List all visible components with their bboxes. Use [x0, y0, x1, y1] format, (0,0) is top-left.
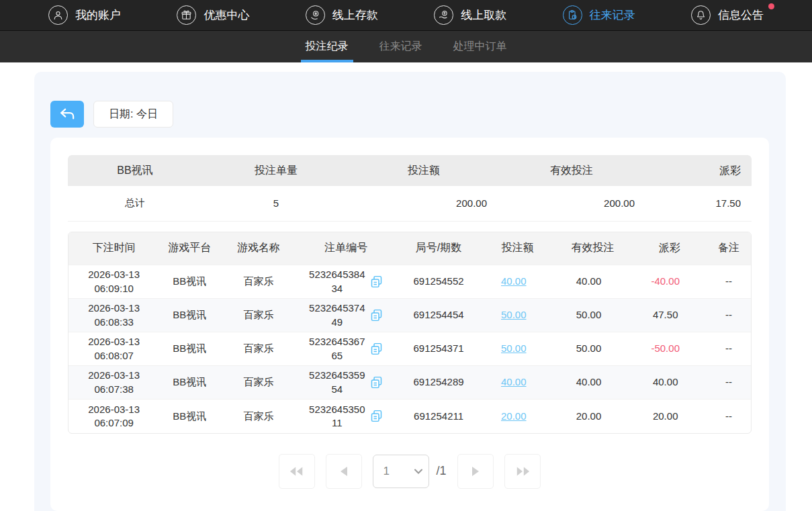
nav-item-deposit[interactable]: 线上存款: [306, 5, 378, 25]
top-navigation: 我的账户 优惠中心 线上存款 线上取款 往来记录 信息公告: [0, 0, 812, 31]
double-left-arrow-icon: [289, 467, 304, 476]
copy-order-icon[interactable]: [369, 308, 384, 322]
bet-amount-link[interactable]: 40.00: [501, 376, 527, 387]
cell-platform: BB视讯: [159, 299, 220, 332]
table-row: 2026-03-1306:08:07 BB视讯 百家乐 523264536765…: [69, 332, 751, 366]
back-button[interactable]: [50, 101, 84, 128]
col-bet-amount: 投注额: [482, 232, 553, 265]
col-remark: 备注: [707, 232, 751, 265]
summary-header-payout: 派彩: [645, 155, 752, 186]
cell-payout: -50.00: [633, 332, 707, 366]
copy-order-icon[interactable]: [369, 375, 384, 389]
cell-game-name: 百家乐: [220, 332, 297, 366]
table-row: 2026-03-1306:07:38 BB视讯 百家乐 523264535954…: [69, 366, 751, 400]
tab-processing-orders[interactable]: 处理中订单: [451, 31, 509, 62]
copy-order-icon[interactable]: [369, 342, 384, 356]
user-icon: [48, 5, 68, 25]
cell-bet-amount: 20.00: [482, 400, 553, 433]
cell-order-no: 523264536765: [298, 332, 395, 366]
nav-item-label: 信息公告: [718, 7, 764, 23]
page-total-label: /1: [436, 464, 446, 478]
cell-order-no: 523264535011: [298, 400, 395, 433]
toolbar: 日期: 今日: [50, 101, 769, 128]
table-row: 2026-03-1306:09:10 BB视讯 百家乐 523264538434…: [69, 265, 751, 299]
cell-game-name: 百家乐: [220, 366, 297, 400]
withdraw-icon: [434, 5, 453, 25]
cell-remark: --: [707, 299, 751, 332]
cell-remark: --: [707, 332, 751, 366]
copy-order-icon[interactable]: [369, 275, 384, 289]
table-row: 2026-03-1306:07:09 BB视讯 百家乐 523264535011…: [69, 400, 751, 433]
cell-valid-bet: 50.00: [553, 299, 632, 332]
content-panel: 日期: 今日 BB视讯 投注单量 投注额 有效投注 派彩 总计 5 200.00: [34, 72, 786, 511]
col-valid-bet: 有效投注: [553, 232, 632, 265]
cell-remark: --: [707, 400, 751, 433]
sub-navigation: 投注纪录 往来记录 处理中订单: [0, 31, 812, 62]
nav-item-label: 往来记录: [590, 7, 635, 23]
tab-transaction-records[interactable]: 往来记录: [377, 31, 424, 62]
date-filter[interactable]: 日期: 今日: [93, 101, 173, 128]
cell-game-name: 百家乐: [220, 400, 297, 433]
table-header-row: 下注时间 游戏平台 游戏名称 注单编号 局号/期数 投注额 有效投注 派彩 备注: [69, 232, 751, 265]
date-filter-label: 日期: 今日: [109, 107, 158, 122]
bet-records-table: 下注时间 游戏平台 游戏名称 注单编号 局号/期数 投注额 有效投注 派彩 备注…: [69, 232, 751, 433]
copy-order-icon[interactable]: [369, 409, 384, 423]
cell-platform: BB视讯: [159, 332, 220, 366]
nav-item-withdraw[interactable]: 线上取款: [434, 5, 506, 25]
page-select[interactable]: 1: [373, 455, 429, 488]
summary-header-platform: BB视讯: [68, 155, 202, 186]
cell-platform: BB视讯: [159, 265, 220, 299]
left-arrow-icon: [340, 467, 348, 476]
bet-amount-link[interactable]: 20.00: [501, 410, 527, 422]
cell-round-no: 691254454: [395, 299, 482, 332]
cell-order-no: 523264535954: [298, 366, 395, 400]
cell-payout: 47.50: [633, 299, 707, 332]
cell-order-no: 523264537449: [298, 299, 395, 332]
cell-valid-bet: 40.00: [553, 366, 632, 400]
summary-total-valid: 200.00: [498, 186, 645, 221]
page-select-wrapper: 1: [373, 455, 429, 488]
nav-item-label: 线上取款: [461, 7, 506, 23]
summary-total-payout: 17.50: [645, 186, 752, 221]
prev-page-button[interactable]: [326, 454, 362, 489]
cell-round-no: 691254211: [395, 400, 482, 433]
cell-bet-amount: 50.00: [482, 299, 553, 332]
bet-records-table-container: 下注时间 游戏平台 游戏名称 注单编号 局号/期数 投注额 有效投注 派彩 备注…: [68, 232, 752, 434]
bet-amount-link[interactable]: 40.00: [501, 275, 527, 287]
cell-round-no: 691254371: [395, 332, 482, 366]
next-page-button[interactable]: [457, 454, 494, 489]
last-page-button[interactable]: [504, 454, 541, 489]
summary-header-row: BB视讯 投注单量 投注额 有效投注 派彩: [68, 155, 752, 186]
cell-valid-bet: 40.00: [553, 265, 632, 299]
bet-amount-link[interactable]: 50.00: [501, 309, 527, 320]
col-round-no: 局号/期数: [395, 232, 482, 265]
cell-round-no: 691254552: [395, 265, 482, 299]
col-bet-time: 下注时间: [69, 232, 159, 265]
cell-payout: 20.00: [633, 400, 707, 433]
bet-amount-link[interactable]: 50.00: [501, 342, 527, 354]
deposit-icon: [306, 5, 325, 25]
first-page-button[interactable]: [279, 454, 315, 489]
nav-item-announcements[interactable]: 信息公告: [691, 5, 764, 25]
nav-item-records[interactable]: 往来记录: [563, 5, 635, 25]
cell-platform: BB视讯: [159, 366, 220, 400]
pagination: 1 /1: [68, 454, 752, 489]
summary-total-label: 总计: [68, 186, 202, 221]
cell-bet-time: 2026-03-1306:07:09: [69, 400, 159, 433]
tab-label: 往来记录: [379, 40, 422, 54]
summary-header-bet-count: 投注单量: [202, 155, 350, 186]
cell-round-no: 691254289: [395, 366, 482, 400]
tab-bet-records[interactable]: 投注纪录: [304, 31, 351, 62]
nav-item-my-account[interactable]: 我的账户: [48, 5, 121, 25]
tab-label: 处理中订单: [453, 40, 507, 54]
nav-item-label: 我的账户: [75, 7, 121, 23]
summary-header-valid-bet: 有效投注: [498, 155, 645, 186]
summary-table: BB视讯 投注单量 投注额 有效投注 派彩 总计 5 200.00 200.00…: [68, 155, 752, 222]
cell-bet-amount: 50.00: [482, 332, 553, 366]
cell-bet-amount: 40.00: [482, 366, 553, 400]
cell-bet-time: 2026-03-1306:09:10: [69, 265, 159, 299]
right-arrow-icon: [471, 467, 480, 476]
nav-item-promotions[interactable]: 优惠中心: [177, 5, 249, 25]
cell-bet-time: 2026-03-1306:08:07: [69, 332, 159, 366]
cell-bet-time: 2026-03-1306:08:33: [69, 299, 159, 332]
